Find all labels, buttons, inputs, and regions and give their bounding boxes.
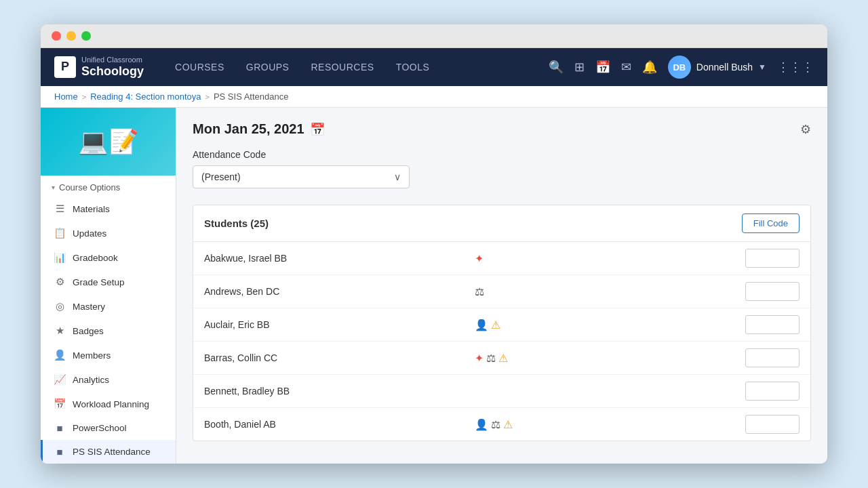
sidebar-item-badges[interactable]: ★ Badges <box>41 319 176 343</box>
sidebar-item-workload-planning[interactable]: 📅 Workload Planning <box>41 392 176 416</box>
sidebar-label-materials: Materials <box>73 204 110 214</box>
close-button[interactable] <box>52 31 61 41</box>
student-icons: 👤 ⚖ ⚠ <box>475 418 740 431</box>
mail-icon[interactable]: ✉ <box>621 60 631 75</box>
content-area: Mon Jan 25, 2021 📅 ⚙ Attendance Code (Pr… <box>176 108 827 464</box>
table-row: Bennett, Bradley BB <box>193 375 810 408</box>
sidebar-item-materials[interactable]: ☰ Materials <box>41 197 176 221</box>
materials-icon: ☰ <box>54 203 66 215</box>
nav-tools[interactable]: TOOLS <box>385 48 441 86</box>
settings-icon[interactable]: ⚙ <box>800 122 811 137</box>
top-nav: P Unified Classroom Schoology COURSES GR… <box>41 48 827 86</box>
sidebar-item-updates[interactable]: 📋 Updates <box>41 221 176 245</box>
attendance-code-label: Attendance Code <box>193 149 811 160</box>
dropdown-chevron-icon: ∨ <box>394 171 401 182</box>
table-row: Booth, Daniel AB 👤 ⚖ ⚠ <box>193 408 810 441</box>
grade-setup-icon: ⚙ <box>54 276 66 288</box>
minimize-button[interactable] <box>66 31 76 41</box>
sidebar-label-powerschool: PowerSchool <box>73 423 127 433</box>
grid-icon[interactable]: ⊞ <box>574 60 585 75</box>
course-image: 💻📝 <box>41 108 176 176</box>
scale-icon: ⚖ <box>475 285 484 298</box>
workload-icon: 📅 <box>54 398 66 410</box>
search-icon[interactable]: 🔍 <box>549 60 564 75</box>
person-icon: 👤 <box>475 418 488 431</box>
user-name: Donnell Bush <box>696 62 753 73</box>
sidebar-label-members: Members <box>73 350 111 361</box>
logo-text: Unified Classroom Schoology <box>81 55 144 79</box>
nav-courses[interactable]: COURSES <box>164 48 235 86</box>
sidebar-item-grade-setup[interactable]: ⚙ Grade Setup <box>41 270 176 294</box>
sidebar-label-mastery: Mastery <box>73 302 105 312</box>
sidebar-label-workload: Workload Planning <box>73 399 149 409</box>
attendance-input[interactable] <box>745 282 800 301</box>
student-name: Andrews, Ben DC <box>204 286 469 297</box>
updates-icon: 📋 <box>54 227 66 239</box>
sidebar-label-ps-sis: PS SIS Attendance <box>73 447 151 457</box>
breadcrumb-sep2: > <box>205 93 209 101</box>
attendance-input[interactable] <box>745 382 800 401</box>
table-row: Andrews, Ben DC ⚖ <box>193 275 810 308</box>
sidebar-item-mastery[interactable]: ◎ Mastery <box>41 294 176 319</box>
student-icons: ✦ ⚖ ⚠ <box>475 352 740 365</box>
maximize-button[interactable] <box>81 31 91 41</box>
nav-groups[interactable]: GROUPS <box>235 48 300 86</box>
sidebar-item-gradebook[interactable]: 📊 Gradebook <box>41 245 176 270</box>
breadcrumb: Home > Reading 4: Section montoya > PS S… <box>41 86 827 108</box>
course-options-label: Course Options <box>59 182 120 192</box>
table-row: Auclair, Eric BB 👤 ⚠ <box>193 308 810 342</box>
date-text: Mon Jan 25, 2021 <box>193 121 304 137</box>
attendance-input[interactable] <box>745 348 800 367</box>
student-icons: ⚖ <box>475 285 740 298</box>
students-header: Students (25) Fill Code <box>193 205 810 242</box>
course-options[interactable]: ▾ Course Options <box>41 176 176 197</box>
student-name: Barras, Collin CC <box>204 352 469 363</box>
nav-links: COURSES GROUPS RESOURCES TOOLS <box>164 48 549 86</box>
breadcrumb-section[interactable]: Reading 4: Section montoya <box>90 92 201 102</box>
sidebar-label-updates: Updates <box>73 228 106 239</box>
user-avatar: DB <box>668 56 691 79</box>
medical-icon: ✦ <box>475 352 484 365</box>
calendar-date-icon[interactable]: 📅 <box>310 122 325 137</box>
student-icons: ✦ <box>475 252 740 265</box>
students-section: Students (25) Fill Code Abakwue, Israel … <box>193 205 811 441</box>
attendance-input[interactable] <box>745 315 800 334</box>
breadcrumb-sep1: > <box>82 93 86 101</box>
bell-icon[interactable]: 🔔 <box>642 60 657 75</box>
logo-subtitle: Unified Classroom <box>81 56 142 64</box>
students-title: Students (25) <box>204 218 269 229</box>
warning-icon: ⚠ <box>491 319 500 331</box>
browser-titlebar <box>41 24 827 48</box>
powerschool-icon: ■ <box>54 422 66 434</box>
apps-grid-icon[interactable]: ⋮⋮⋮ <box>777 60 814 75</box>
sidebar-item-ps-sis-attendance[interactable]: ■ PS SIS Attendance <box>41 440 176 464</box>
main-layout: 💻📝 ▾ Course Options ☰ Materials 📋 Update… <box>41 108 827 464</box>
student-name: Bennett, Bradley BB <box>204 386 469 396</box>
sidebar-label-badges: Badges <box>73 326 104 336</box>
student-name: Abakwue, Israel BB <box>204 253 469 264</box>
logo-icon: P <box>54 56 76 78</box>
sidebar-item-powerschool[interactable]: ■ PowerSchool <box>41 416 176 440</box>
sidebar-label-gradebook: Gradebook <box>73 253 118 263</box>
breadcrumb-home[interactable]: Home <box>54 92 78 102</box>
breadcrumb-current: PS SIS Attendance <box>214 92 289 102</box>
sidebar-item-analytics[interactable]: 📈 Analytics <box>41 367 176 392</box>
attendance-code-value: (Present) <box>201 171 241 182</box>
attendance-input[interactable] <box>745 415 800 434</box>
student-icons: 👤 ⚠ <box>475 319 740 331</box>
warning-icon: ⚠ <box>498 352 508 365</box>
attendance-input[interactable] <box>745 249 800 268</box>
nav-resources[interactable]: RESOURCES <box>300 48 384 86</box>
attendance-code-dropdown[interactable]: (Present) ∨ <box>193 165 410 188</box>
warning-icon: ⚠ <box>503 418 513 431</box>
student-name: Auclair, Eric BB <box>204 319 469 330</box>
user-area[interactable]: DB Donnell Bush ▼ <box>668 56 766 79</box>
table-row: Barras, Collin CC ✦ ⚖ ⚠ <box>193 342 810 375</box>
ps-sis-icon: ■ <box>54 446 66 458</box>
person-icon: 👤 <box>475 319 488 331</box>
sidebar-nav: ☰ Materials 📋 Updates 📊 Gradebook ⚙ Grad… <box>41 197 176 464</box>
browser-window: P Unified Classroom Schoology COURSES GR… <box>41 24 827 464</box>
calendar-icon[interactable]: 📅 <box>595 60 610 75</box>
fill-code-button[interactable]: Fill Code <box>742 214 800 233</box>
sidebar-item-members[interactable]: 👤 Members <box>41 343 176 367</box>
